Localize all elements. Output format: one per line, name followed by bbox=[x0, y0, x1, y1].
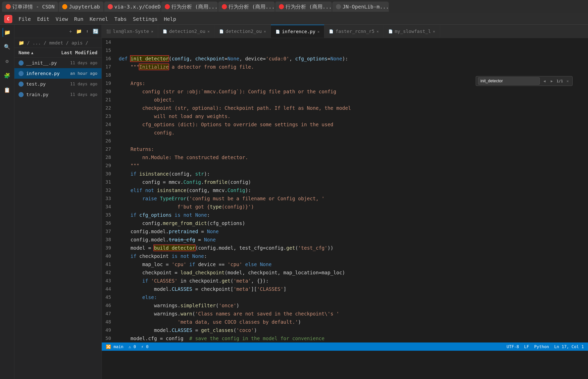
code-line-26: 26 bbox=[102, 137, 588, 145]
line-num-22: 22 bbox=[102, 104, 116, 112]
line-num-36: 36 bbox=[102, 219, 116, 227]
new-folder-icon[interactable]: 📁 bbox=[76, 29, 82, 34]
menu-tabs[interactable]: Tabs bbox=[114, 16, 127, 22]
sidebar-item-search[interactable]: 🔍 bbox=[3, 42, 12, 51]
code-line-49: 49 model.CLASSES = get_classes('coco') bbox=[102, 326, 588, 334]
menu-view[interactable]: View bbox=[56, 16, 68, 22]
warning-count: ⚡ 0 bbox=[141, 344, 149, 349]
new-file-icon[interactable]: + bbox=[69, 29, 72, 34]
browser-tab-jn[interactable]: JN-OpenLib-m... bbox=[332, 2, 389, 12]
editor-tab-slowfast[interactable]: 📄 my_slowfast_l ✕ bbox=[384, 25, 440, 38]
line-content-49: model.CLASSES = get_classes('coco') bbox=[116, 326, 588, 334]
find-next-button[interactable]: ▶ bbox=[549, 78, 554, 84]
line-num-27: 27 bbox=[102, 145, 116, 153]
menu-help[interactable]: Help bbox=[164, 16, 176, 22]
close-tab-faster[interactable]: ✕ bbox=[376, 29, 379, 33]
browser-tab-analyze2[interactable]: 行为分析 (商用... bbox=[218, 2, 275, 12]
menu-edit[interactable]: Edit bbox=[37, 16, 49, 22]
file-item-inference[interactable]: inference.py an hour ago bbox=[14, 68, 102, 79]
code-line-42: 42 checkpoint = load_checkpoint(model, c… bbox=[102, 268, 588, 277]
file-item-test[interactable]: test.py 11 days ago bbox=[14, 79, 102, 89]
git-branch: 🔀 main bbox=[106, 344, 123, 349]
line-num-31: 31 bbox=[102, 178, 116, 186]
breadcrumb: 📁 / ... / mmdet / apis / bbox=[14, 38, 102, 48]
code-line-38: 38 config.model.train_cfg = None bbox=[102, 236, 588, 244]
line-num-46: 46 bbox=[102, 301, 116, 310]
refresh-icon[interactable]: 🔄 bbox=[93, 29, 98, 34]
file-explorer: + 📁 ⬆ 🔄 📁 / ... / mmdet / apis / Name ▲ … bbox=[14, 25, 102, 379]
tab-label: faster_rcnn_r5 bbox=[335, 29, 374, 34]
sidebar-item-debug[interactable]: 🧩 bbox=[3, 71, 12, 80]
close-tab-det1[interactable]: ✕ bbox=[207, 29, 209, 33]
code-line-15: 15 bbox=[102, 46, 588, 55]
tab-label: detection2_ou bbox=[169, 29, 205, 34]
code-line-16: 16 def init_detector(config, checkpoint=… bbox=[102, 55, 588, 63]
file-list: __init__.py 11 days ago inference.py an … bbox=[14, 58, 102, 379]
tab-label: my_slowfast_l bbox=[395, 29, 431, 34]
file-icon-train bbox=[19, 92, 24, 97]
code-line-22: 22 checkpoint (str, optional): Checkpoin… bbox=[102, 104, 588, 112]
terminal-icon: ⬛ bbox=[106, 29, 111, 33]
close-tab-terminal[interactable]: ✕ bbox=[151, 29, 153, 33]
browser-tab-via[interactable]: via-3.x.y/CodeD... bbox=[104, 2, 161, 12]
browser-tab-bar: 订单详情 - CSDN JupyterLab via-3.x.y/CodeD..… bbox=[0, 0, 588, 13]
find-input[interactable] bbox=[478, 77, 540, 85]
code-line-28: 28 nn.Module: The constructed detector. bbox=[102, 153, 588, 161]
find-widget: ◀ ▶ 1/1 ✕ bbox=[476, 76, 573, 86]
code-line-36: 36 config.merge_from_dict(cfg_options) bbox=[102, 219, 588, 227]
file-item-init[interactable]: __init__.py 11 days ago bbox=[14, 58, 102, 68]
browser-tab-analyze3[interactable]: 行为分析 (商用... bbox=[275, 2, 332, 12]
line-num-34: 34 bbox=[102, 203, 116, 211]
line-content-33: raise TypeError('config must be a filena… bbox=[116, 194, 588, 203]
browser-tab-csdn[interactable]: 订单详情 - CSDN bbox=[2, 2, 58, 12]
close-tab-det2[interactable]: ✕ bbox=[264, 29, 266, 33]
line-content-31: config = mmcv.Config.fromfile(config) bbox=[116, 178, 588, 186]
line-content-46: warnings.simplefilter('once') bbox=[116, 301, 588, 310]
code-line-32: 32 elif not isinstance(config, mmcv.Conf… bbox=[102, 186, 588, 194]
menu-file[interactable]: File bbox=[19, 16, 31, 22]
line-content-37: config.model.pretrained = None bbox=[116, 227, 588, 236]
tab-label: detection2_ou bbox=[226, 29, 262, 34]
editor-tab-detection1[interactable]: 📄 detection2_ou ✕ bbox=[158, 25, 214, 38]
find-prev-button[interactable]: ◀ bbox=[542, 78, 547, 84]
status-bar: 🔀 main ⚠ 0 ⚡ 0 UTF-8 LF Python Ln 17, Co… bbox=[102, 342, 588, 351]
line-content-28: nn.Module: The constructed detector. bbox=[116, 153, 588, 161]
line-content-22: checkpoint (str, optional): Checkpoint p… bbox=[116, 104, 588, 112]
line-num-50: 50 bbox=[102, 334, 116, 342]
line-num-40: 40 bbox=[102, 252, 116, 260]
editor-tab-inference[interactable]: 📄 inference.py ✕ bbox=[271, 25, 324, 38]
sidebar-item-explorer[interactable]: 📁 bbox=[3, 28, 12, 37]
code-line-17: 17 """Initialize a detector from config … bbox=[102, 63, 588, 71]
menu-kernel[interactable]: Kernel bbox=[90, 16, 108, 22]
editor-tab-faster-rcnn[interactable]: 📄 faster_rcnn_r5 ✕ bbox=[324, 25, 383, 38]
file-icon-inference bbox=[19, 71, 24, 76]
column-modified: Last Modified bbox=[61, 50, 97, 55]
find-close-button[interactable]: ✕ bbox=[565, 78, 570, 84]
csdn-icon bbox=[6, 4, 11, 9]
upload-icon[interactable]: ⬆ bbox=[86, 29, 89, 34]
editor-tab-terminal[interactable]: ⬛ lxn@lxn-Syste ✕ bbox=[102, 25, 158, 38]
file-item-train[interactable]: train.py 11 days ago bbox=[14, 89, 102, 100]
close-tab-slowfast[interactable]: ✕ bbox=[433, 29, 435, 33]
menu-settings[interactable]: Settings bbox=[133, 16, 158, 22]
line-num-16: 16 bbox=[102, 55, 116, 63]
line-num-33: 33 bbox=[102, 194, 116, 203]
editor-tab-detection2[interactable]: 📄 detection2_ou ✕ bbox=[215, 25, 271, 38]
line-num-20: 20 bbox=[102, 87, 116, 96]
browser-tab-analyze1[interactable]: 行为分析 (商用... bbox=[161, 2, 218, 12]
line-content-20: config (str or :obj:`mmcv.Config`): Conf… bbox=[116, 87, 588, 96]
line-content-26 bbox=[116, 137, 588, 145]
column-name[interactable]: Name ▲ bbox=[19, 50, 61, 55]
sidebar-item-git[interactable]: ⚙ bbox=[3, 57, 12, 66]
sidebar-item-extensions[interactable]: 📋 bbox=[3, 85, 12, 95]
close-tab-inference[interactable]: ✕ bbox=[317, 30, 319, 34]
cursor-position: Ln 17, Col 1 bbox=[554, 344, 584, 349]
via-icon bbox=[108, 4, 113, 9]
line-content-36: config.merge_from_dict(cfg_options) bbox=[116, 219, 588, 227]
line-content-39: model = build_detector(config.model, tes… bbox=[116, 244, 588, 252]
py-icon-3: 📄 bbox=[275, 30, 280, 34]
browser-tab-jupyter[interactable]: JupyterLab bbox=[59, 2, 103, 12]
menu-run[interactable]: Run bbox=[74, 16, 84, 22]
line-content-44: model.CLASSES = checkpoint['meta']['CLAS… bbox=[116, 285, 588, 293]
code-line-39: 39 model = build_detector(config.model, … bbox=[102, 244, 588, 252]
